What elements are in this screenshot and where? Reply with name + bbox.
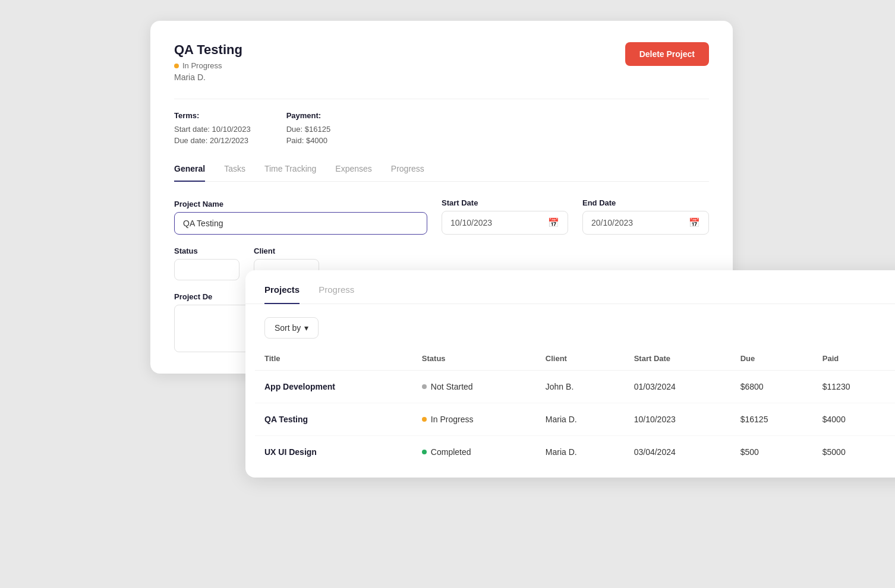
due-amount-info: Due: $16125 [286,125,330,134]
row-client-0: John B. [536,370,625,403]
projects-table-wrap: Title Status Client Start Date Due Paid … [245,349,895,478]
due-date-info: Due date: 20/12/2023 [174,136,251,145]
payment-group: Payment: Due: $16125 Paid: $4000 [286,111,330,147]
row-status-label-1: In Progress [431,415,474,424]
row-title-2: UX UI Design [264,447,317,457]
calendar-icon-start: 📅 [548,217,559,228]
form-row-main: Project Name Start Date 10/10/2023 📅 End… [174,198,709,235]
row-client-2: Maria D. [536,435,625,468]
delete-project-button[interactable]: Delete Project [625,42,709,66]
terms-label: Terms: [174,111,251,120]
col-client: Client [536,349,625,371]
status-input[interactable] [174,259,239,280]
tab-tasks[interactable]: Tasks [224,164,245,182]
projects-toolbar: Sort by ▾ Add New Project [245,304,895,349]
row-start-date-0: 01/03/2024 [625,370,731,403]
end-date-value: 20/10/2023 [591,218,633,227]
row-status-0: Not Started [422,382,527,391]
col-status: Status [412,349,536,371]
tab-list-progress[interactable]: Progress [319,284,354,304]
end-date-group: End Date 20/10/2023 📅 [582,198,709,235]
row-paid-0: $11230 [813,370,895,403]
projects-tabs: Projects Progress [245,270,895,304]
project-title: QA Testing [174,42,242,58]
table-row: QA Testing In Progress Maria D. 10/10/20… [255,403,895,435]
start-date-label: Start Date [442,198,568,207]
tab-progress[interactable]: Progress [391,164,424,182]
project-header: QA Testing In Progress Maria D. Delete P… [174,42,709,94]
row-status-dot-2 [422,450,427,454]
project-name-group: Project Name [174,200,427,235]
project-status-badge: In Progress [174,61,242,70]
col-start-date: Start Date [625,349,731,371]
row-paid-1: $4000 [813,403,895,435]
row-title-1: QA Testing [264,415,308,424]
project-info: QA Testing In Progress Maria D. [174,42,242,94]
status-form-label: Status [174,246,239,255]
row-status-dot-0 [422,384,427,389]
table-row: App Development Not Started John B. 01/0… [255,370,895,403]
tab-expenses[interactable]: Expenses [335,164,371,182]
projects-table-body: App Development Not Started John B. 01/0… [255,370,895,468]
row-status-2: Completed [422,447,527,457]
row-title-0: App Development [264,382,335,391]
row-paid-2: $5000 [813,435,895,468]
col-title: Title [255,349,412,371]
calendar-icon-end: 📅 [689,217,700,228]
row-status-dot-1 [422,417,427,422]
tab-time-tracking[interactable]: Time Tracking [264,164,316,182]
client-form-label: Client [254,246,319,255]
sort-by-label: Sort by [275,323,301,333]
project-name-label: Project Name [174,200,427,208]
sort-by-button[interactable]: Sort by ▾ [264,317,319,339]
end-date-label: End Date [582,198,709,207]
row-start-date-2: 03/04/2024 [625,435,731,468]
project-name-input[interactable] [174,212,427,235]
row-status-label-0: Not Started [431,382,473,391]
end-date-input[interactable]: 20/10/2023 📅 [582,211,709,235]
row-start-date-1: 10/10/2023 [625,403,731,435]
col-due: Due [731,349,813,371]
project-client: Maria D. [174,72,242,82]
row-due-0: $6800 [731,370,813,403]
payment-label: Payment: [286,111,330,120]
tab-projects[interactable]: Projects [264,284,300,304]
projects-list-card: Projects Progress Sort by ▾ Add New Proj… [245,270,895,478]
detail-tabs: General Tasks Time Tracking Expenses Pro… [174,164,709,182]
col-paid: Paid [813,349,895,371]
row-status-label-2: Completed [431,447,471,457]
paid-amount-info: Paid: $4000 [286,136,330,145]
start-date-value: 10/10/2023 [450,218,492,227]
chevron-down-icon: ▾ [304,323,308,333]
row-due-2: $500 [731,435,813,468]
table-header: Title Status Client Start Date Due Paid [255,349,895,371]
project-status-label: In Progress [182,61,222,70]
terms-group: Terms: Start date: 10/10/2023 Due date: … [174,111,251,147]
row-client-1: Maria D. [536,403,625,435]
start-date-input[interactable]: 10/10/2023 📅 [442,211,568,235]
tab-general[interactable]: General [174,164,205,182]
projects-table: Title Status Client Start Date Due Paid … [255,349,895,468]
status-field-group: Status [174,246,239,280]
row-due-1: $16125 [731,403,813,435]
project-info-section: Terms: Start date: 10/10/2023 Due date: … [174,99,709,147]
start-date-info: Start date: 10/10/2023 [174,125,251,134]
status-dot-inprogress [174,64,179,68]
start-date-group: Start Date 10/10/2023 📅 [442,198,568,235]
row-status-1: In Progress [422,415,527,424]
table-row: UX UI Design Completed Maria D. 03/04/20… [255,435,895,468]
